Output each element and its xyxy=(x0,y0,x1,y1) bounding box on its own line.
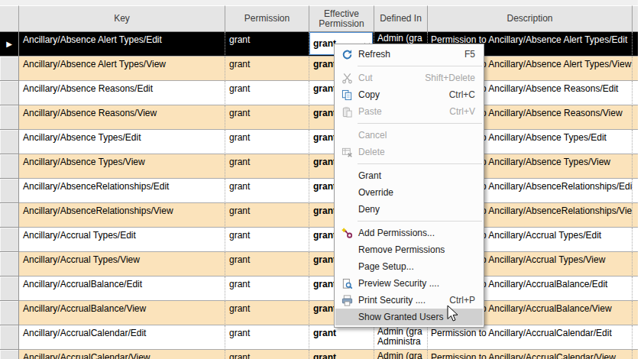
table-row[interactable]: Ancillary/AccrualBalance/ViewgrantgrantA… xyxy=(0,301,638,325)
table-row[interactable]: Ancillary/Accrual Types/ViewgrantgrantAd… xyxy=(0,252,638,277)
menu-item-show-granted-users[interactable]: Show Granted Users xyxy=(335,309,483,325)
cell-overflow xyxy=(633,350,638,359)
menu-item-preview-security[interactable]: Preview Security .... xyxy=(335,275,483,292)
cell-defined-in[interactable]: Admin (graAdministra xyxy=(374,325,428,350)
form-background-strip xyxy=(0,0,638,5)
cell-key[interactable]: Ancillary/Accrual Types/Edit xyxy=(19,228,225,252)
cell-key[interactable]: Ancillary/AccrualCalendar/Edit xyxy=(19,325,225,350)
cell-description[interactable]: Permission to Ancillary/AccrualCalendar/… xyxy=(428,325,633,350)
cell-permission[interactable]: grant xyxy=(225,277,309,301)
table-row[interactable]: Ancillary/AccrualBalance/EditgrantgrantA… xyxy=(0,277,638,301)
table-row[interactable]: Ancillary/Absence Types/EditgrantgrantAd… xyxy=(0,130,638,154)
table-row[interactable]: Ancillary/AbsenceRelationships/Editgrant… xyxy=(0,179,638,203)
cell-key[interactable]: Ancillary/Absence Types/Edit xyxy=(19,130,225,154)
row-selector[interactable] xyxy=(0,350,19,359)
menu-item-grant[interactable]: Grant xyxy=(335,167,483,184)
menu-item-remove-permissions[interactable]: Remove Permissions xyxy=(335,241,483,258)
cell-permission[interactable]: grant xyxy=(225,154,309,179)
table-row[interactable]: Ancillary/Absence Alert Types/Viewgrantg… xyxy=(0,57,638,81)
cell-key[interactable]: Ancillary/AccrualBalance/Edit xyxy=(19,277,225,301)
cell-permission[interactable]: grant xyxy=(225,325,309,350)
cell-overflow xyxy=(633,252,638,277)
cell-permission[interactable]: grant xyxy=(225,301,309,325)
column-header-key[interactable]: Key xyxy=(19,5,225,32)
row-selector[interactable] xyxy=(0,252,19,277)
menu-item-print-security[interactable]: Print Security ....Ctrl+P xyxy=(335,292,483,309)
table-row[interactable]: Ancillary/Absence Reasons/Editgrantgrant… xyxy=(0,81,638,105)
cell-key[interactable]: Ancillary/AccrualCalendar/View xyxy=(19,350,225,359)
cell-overflow xyxy=(633,57,638,81)
cell-permission[interactable]: grant xyxy=(225,57,309,81)
cell-overflow xyxy=(633,277,638,301)
menu-item-override[interactable]: Override xyxy=(335,184,483,201)
grid-header-row: Key Permission Effective Permission Defi… xyxy=(0,5,638,32)
cell-key[interactable]: Ancillary/Absence Alert Types/View xyxy=(19,57,225,81)
cell-description[interactable]: Permission to Ancillary/AccrualCalendar/… xyxy=(428,350,633,359)
column-header-effective-permission[interactable]: Effective Permission xyxy=(309,5,374,32)
cell-overflow xyxy=(633,325,638,350)
row-selector[interactable] xyxy=(0,277,19,301)
menu-item-delete[interactable]: Delete xyxy=(335,144,483,160)
menu-item-add-permissions[interactable]: Add Permissions... xyxy=(335,225,483,241)
row-selector[interactable] xyxy=(0,179,19,203)
cell-key[interactable]: Ancillary/Accrual Types/View xyxy=(19,252,225,277)
row-selector[interactable] xyxy=(0,105,19,130)
cell-permission[interactable]: grant xyxy=(225,32,309,57)
column-header-permission[interactable]: Permission xyxy=(225,5,309,32)
cell-permission[interactable]: grant xyxy=(225,252,309,277)
menu-separator xyxy=(358,221,482,222)
menu-item-copy[interactable]: CopyCtrl+C xyxy=(335,86,483,103)
cell-permission[interactable]: grant xyxy=(225,105,309,130)
selected-row-arrow-icon: ▶ xyxy=(6,40,12,48)
row-selector[interactable] xyxy=(0,301,19,325)
cell-permission[interactable]: grant xyxy=(225,228,309,252)
menu-item-page-setup[interactable]: Page Setup... xyxy=(335,258,483,275)
row-selector[interactable] xyxy=(0,81,19,105)
menu-item-refresh[interactable]: RefreshF5 xyxy=(335,46,483,63)
menu-item-deny[interactable]: Deny xyxy=(335,201,483,218)
table-row[interactable]: ▶Ancillary/Absence Alert Types/Editgrant… xyxy=(0,32,638,57)
cell-key[interactable]: Ancillary/Absence Reasons/View xyxy=(19,105,225,130)
row-selector[interactable] xyxy=(0,228,19,252)
refresh-icon xyxy=(335,49,358,60)
row-selector[interactable]: ▶ xyxy=(0,32,19,57)
row-selector[interactable] xyxy=(0,57,19,81)
cell-overflow xyxy=(633,154,638,179)
table-row[interactable]: Ancillary/Absence Types/ViewgrantgrantAd… xyxy=(0,154,638,179)
column-header-description[interactable]: Description xyxy=(428,5,633,32)
row-selector[interactable] xyxy=(0,154,19,179)
menu-item-cancel[interactable]: Cancel xyxy=(335,127,483,144)
row-header-corner[interactable] xyxy=(0,5,19,32)
cell-permission[interactable]: grant xyxy=(225,81,309,105)
row-selector[interactable] xyxy=(0,325,19,350)
menu-item-label: Refresh xyxy=(358,49,464,60)
row-selector[interactable] xyxy=(0,203,19,228)
table-row[interactable]: Ancillary/Absence Reasons/Viewgrantgrant… xyxy=(0,105,638,130)
cell-permission[interactable]: grant xyxy=(225,350,309,359)
cell-effective-permission[interactable]: grant xyxy=(309,350,374,359)
cell-key[interactable]: Ancillary/AccrualBalance/View xyxy=(19,301,225,325)
cell-effective-permission[interactable]: grant xyxy=(309,325,374,350)
cell-defined-in[interactable]: Admin (graAdministra xyxy=(374,350,428,359)
cell-key[interactable]: Ancillary/AbsenceRelationships/View xyxy=(19,203,225,228)
table-row[interactable]: Ancillary/AccrualCalendar/Editgrantgrant… xyxy=(0,325,638,350)
cell-key[interactable]: Ancillary/Absence Alert Types/Edit xyxy=(19,32,225,57)
menu-item-paste[interactable]: PasteCtrl+V xyxy=(335,103,483,120)
cell-permission[interactable]: grant xyxy=(225,130,309,154)
cell-permission[interactable]: grant xyxy=(225,203,309,228)
table-row[interactable]: Ancillary/AbsenceRelationships/Viewgrant… xyxy=(0,203,638,228)
menu-item-shortcut: Ctrl+C xyxy=(449,89,475,100)
table-row[interactable]: Ancillary/Accrual Types/EditgrantgrantAd… xyxy=(0,228,638,252)
cell-key[interactable]: Ancillary/Absence Types/View xyxy=(19,154,225,179)
table-row[interactable]: Ancillary/AccrualCalendar/Viewgrantgrant… xyxy=(0,350,638,359)
cell-key[interactable]: Ancillary/Absence Reasons/Edit xyxy=(19,81,225,105)
row-selector[interactable] xyxy=(0,130,19,154)
column-header-overflow xyxy=(633,5,638,32)
cell-overflow xyxy=(633,203,638,228)
menu-item-cut[interactable]: CutShift+Delete xyxy=(335,70,483,86)
menu-item-label: Grant xyxy=(358,170,475,181)
cell-permission[interactable]: grant xyxy=(225,179,309,203)
permissions-security-screen: Key Permission Effective Permission Defi… xyxy=(0,0,644,359)
cell-key[interactable]: Ancillary/AbsenceRelationships/Edit xyxy=(19,179,225,203)
column-header-defined-in[interactable]: Defined In xyxy=(374,5,428,32)
